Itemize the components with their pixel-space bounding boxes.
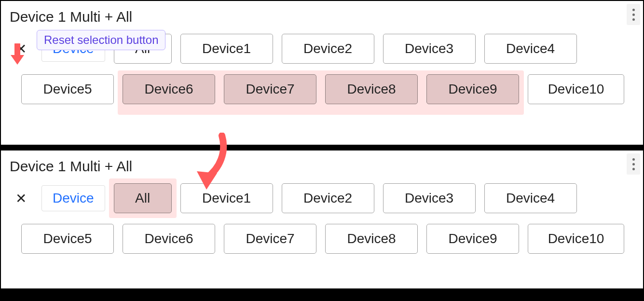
filter-row-2: Device5 Device6 Device7 Device8 Device9 … — [9, 224, 635, 254]
close-icon: ✕ — [15, 191, 27, 206]
panel-menu-button[interactable] — [627, 4, 640, 25]
chip-device8[interactable]: Device8 — [325, 74, 418, 104]
chip-device2[interactable]: Device2 — [282, 183, 374, 213]
filter-row-2: Device5 Device6 Device7 Device8 Device9 … — [9, 74, 635, 104]
annotation-curved-arrow-icon — [192, 133, 235, 197]
chip-device2[interactable]: Device2 — [282, 34, 374, 64]
panel-menu-button[interactable] — [627, 153, 640, 175]
chip-device4[interactable]: Device4 — [484, 183, 577, 213]
chip-device1[interactable]: Device1 — [180, 34, 273, 64]
chip-device10[interactable]: Device10 — [528, 224, 624, 254]
panel-before: Device 1 Multi + All Reset selection but… — [0, 0, 644, 146]
selected-group-highlight: Device6 Device7 Device8 Device9 — [118, 70, 524, 115]
chip-device4[interactable]: Device4 — [484, 34, 577, 64]
tooltip-reset-selection: Reset selection button — [37, 30, 165, 50]
chip-device6[interactable]: Device6 — [123, 74, 215, 104]
selected-all-highlight: All — [109, 178, 177, 218]
variable-label-device[interactable]: Device — [41, 185, 105, 211]
panel-title: Device 1 Multi + All — [10, 158, 635, 175]
chip-device6[interactable]: Device6 — [123, 224, 215, 254]
chip-all[interactable]: All — [114, 183, 172, 213]
chip-device7[interactable]: Device7 — [224, 224, 316, 254]
filter-row-1: ✕ Device All Device1 Device2 Device3 Dev… — [9, 183, 635, 213]
annotation-arrow-down-icon — [9, 43, 26, 68]
chip-device3[interactable]: Device3 — [383, 34, 476, 64]
reset-selection-button[interactable]: ✕ — [9, 191, 33, 206]
panel-after: Device 1 Multi + All ✕ Device All Device… — [0, 150, 644, 289]
chip-device8[interactable]: Device8 — [325, 224, 418, 254]
panel-title: Device 1 Multi + All — [10, 9, 635, 25]
chip-device10[interactable]: Device10 — [528, 74, 624, 104]
chip-device9[interactable]: Device9 — [426, 224, 519, 254]
chip-device3[interactable]: Device3 — [383, 183, 476, 213]
chip-device5[interactable]: Device5 — [21, 224, 114, 254]
chip-device9[interactable]: Device9 — [426, 74, 519, 104]
chip-device5[interactable]: Device5 — [21, 74, 114, 104]
chip-device7[interactable]: Device7 — [224, 74, 316, 104]
